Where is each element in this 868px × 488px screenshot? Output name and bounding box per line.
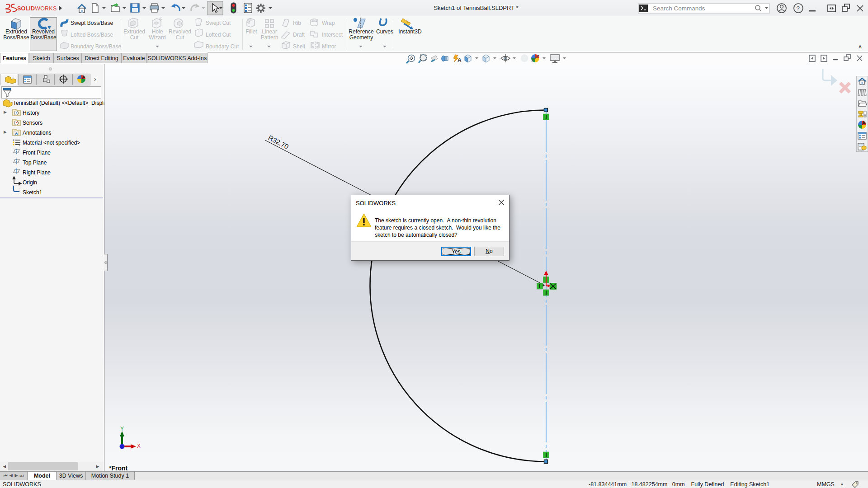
svg-text:SOLIDWORKS: SOLIDWORKS [17, 5, 57, 12]
svg-text:Y: Y [120, 426, 124, 432]
svg-text:X: X [137, 443, 141, 449]
svg-text:?: ? [797, 5, 800, 12]
svg-text:Search Commands: Search Commands [653, 5, 705, 12]
svg-text:R32.70: R32.70 [267, 134, 290, 150]
svg-text:A: A [15, 131, 18, 136]
svg-text:*Front: *Front [109, 465, 128, 471]
svg-text:A: A [458, 57, 462, 63]
